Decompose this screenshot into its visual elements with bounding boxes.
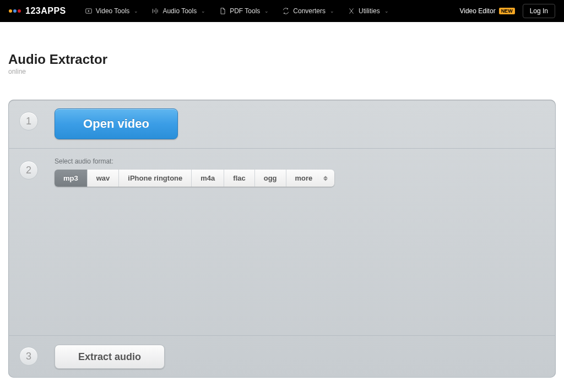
main-panel: 1 Open video 2 Select audio format: mp3 … <box>8 100 556 378</box>
format-option-iphone-ringtone[interactable]: iPhone ringtone <box>119 170 192 187</box>
convert-icon <box>282 7 290 15</box>
video-editor-label: Video Editor <box>459 7 495 15</box>
step-2: 2 Select audio format: mp3 wav iPhone ri… <box>8 149 556 336</box>
format-option-ogg[interactable]: ogg <box>255 170 286 187</box>
format-option-flac[interactable]: flac <box>224 170 254 187</box>
chevron-down-icon: ⌄ <box>134 8 138 14</box>
new-badge: NEW <box>499 8 515 14</box>
play-icon <box>85 7 93 15</box>
video-editor-link[interactable]: Video Editor NEW <box>459 7 514 15</box>
login-label: Log In <box>530 7 548 15</box>
chevron-down-icon: ⌄ <box>384 8 389 14</box>
chevron-down-icon: ⌄ <box>330 8 334 14</box>
page-title: Audio Extractor <box>8 52 564 67</box>
format-option-m4a[interactable]: m4a <box>192 170 224 187</box>
step-number: 3 <box>19 347 38 366</box>
open-video-label: Open video <box>83 117 149 131</box>
utilities-icon <box>348 7 355 15</box>
updown-icon <box>323 176 328 181</box>
format-label: Select audio format: <box>55 157 545 165</box>
page-subtitle: online <box>8 68 564 75</box>
nav-label: Converters <box>293 7 326 15</box>
top-nav: 123APPS Video Tools ⌄ Audio Tools ⌄ PDF … <box>0 0 564 22</box>
format-option-mp3[interactable]: mp3 <box>55 170 88 187</box>
login-button[interactable]: Log In <box>523 4 555 18</box>
chevron-down-icon: ⌄ <box>264 8 269 14</box>
chevron-down-icon: ⌄ <box>201 8 205 14</box>
nav-video-tools[interactable]: Video Tools ⌄ <box>78 0 145 22</box>
logo-dots-icon <box>9 9 21 13</box>
pdf-icon <box>219 7 226 15</box>
nav-utilities[interactable]: Utilities ⌄ <box>341 0 395 22</box>
format-option-more[interactable]: more <box>286 170 335 187</box>
nav-label: Video Tools <box>96 7 130 15</box>
step-number: 2 <box>19 161 38 179</box>
nav-label: Utilities <box>359 7 380 15</box>
format-option-wav[interactable]: wav <box>88 170 120 187</box>
page-header: Audio Extractor online <box>0 22 564 75</box>
nav-audio-tools[interactable]: Audio Tools ⌄ <box>145 0 212 22</box>
step-1: 1 Open video <box>8 100 556 149</box>
equalizer-icon <box>151 7 159 15</box>
nav-pdf-tools[interactable]: PDF Tools ⌄ <box>212 0 275 22</box>
nav-converters[interactable]: Converters ⌄ <box>275 0 341 22</box>
step-3: 3 Extract audio <box>8 336 556 378</box>
logo[interactable]: 123APPS <box>9 6 66 16</box>
main-panel-wrap: 1 Open video 2 Select audio format: mp3 … <box>0 75 564 378</box>
open-video-button[interactable]: Open video <box>55 108 178 139</box>
format-segmented-control: mp3 wav iPhone ringtone m4a flac ogg mor… <box>55 170 334 187</box>
nav-label: PDF Tools <box>230 7 260 15</box>
step-number: 1 <box>19 112 38 130</box>
brand-text: 123APPS <box>25 6 66 16</box>
extract-audio-label: Extract audio <box>78 351 141 363</box>
nav-label: Audio Tools <box>162 7 197 15</box>
extract-audio-button[interactable]: Extract audio <box>55 345 165 369</box>
